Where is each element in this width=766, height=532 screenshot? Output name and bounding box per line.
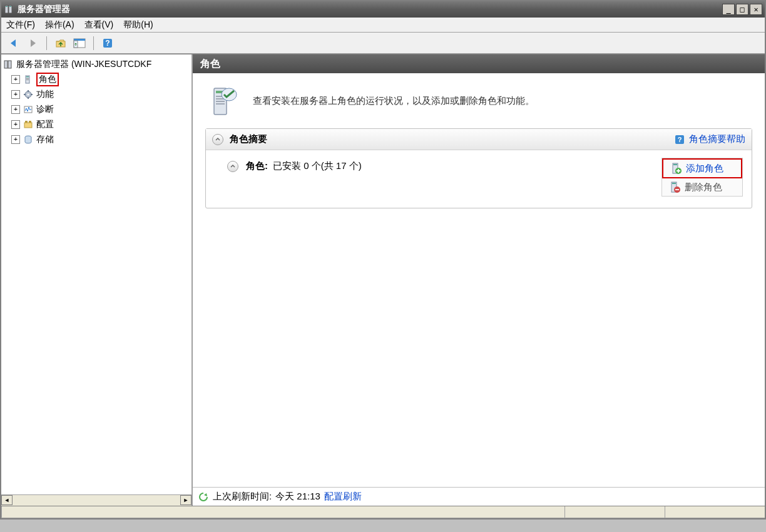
maximize-button[interactable]: □ [736, 4, 748, 15]
menu-view[interactable]: 查看(V) [84, 19, 114, 31]
tree-item-roles[interactable]: + 角色 [3, 72, 190, 87]
section-body: 角色: 已安装 0 个(共 17 个) 添加角色 [206, 150, 752, 208]
status-cell [564, 506, 665, 518]
svg-rect-18 [28, 90, 29, 92]
roles-label: 角色: [246, 160, 268, 172]
collapse-button[interactable] [227, 161, 238, 172]
menu-action[interactable]: 操作(A) [45, 19, 74, 31]
svg-rect-31 [216, 101, 225, 102]
svg-rect-15 [26, 79, 29, 80]
roles-summary-section: 角色摘要 ? 角色摘要帮助 角色: 已安装 0 个(共 17 个) [205, 128, 752, 208]
roles-actions: 添加角色 删除角色 [661, 158, 743, 197]
banner: 查看安装在服务器上角色的运行状况，以及添加或删除角色和功能。 [193, 73, 765, 128]
server-manager-icon [3, 59, 14, 70]
main-statusbar: 上次刷新时间: 今天 21:13 配置刷新 [193, 487, 765, 506]
tree-configuration-label: 配置 [36, 119, 54, 130]
tree-item-configuration[interactable]: + 配置 [3, 117, 190, 132]
status-cell [1, 506, 564, 518]
scroll-left-arrow[interactable]: ◄ [1, 495, 13, 505]
banner-text: 查看安装在服务器上角色的运行状况，以及添加或删除角色和功能。 [253, 95, 534, 107]
menu-help[interactable]: 帮助(H) [123, 19, 153, 31]
svg-rect-23 [24, 123, 32, 128]
tree-item-diagnostics[interactable]: + 诊断 [3, 102, 190, 117]
window-title: 服务器管理器 [18, 4, 722, 15]
roles-count-row: 角色: 已安装 0 个(共 17 个) [227, 158, 661, 172]
server-manager-icon [4, 4, 14, 14]
expand-icon[interactable]: + [11, 135, 20, 144]
remove-role-icon [668, 181, 681, 193]
app-window: 服务器管理器 _ □ ✕ 文件(F) 操作(A) 查看(V) 帮助(H) ? [0, 0, 766, 519]
tree-features-label: 功能 [36, 89, 54, 100]
section-header: 角色摘要 ? 角色摘要帮助 [206, 129, 752, 150]
scroll-track[interactable] [13, 495, 180, 506]
scroll-right-arrow[interactable]: ► [180, 495, 192, 505]
titlebar[interactable]: 服务器管理器 _ □ ✕ [1, 1, 765, 18]
tree-horizontal-scrollbar[interactable]: ◄ ► [1, 494, 192, 506]
svg-rect-32 [216, 103, 225, 105]
menu-file[interactable]: 文件(F) [6, 19, 35, 31]
main-pane: 角色 [193, 54, 765, 506]
window-controls: _ □ ✕ [722, 4, 762, 15]
help-button[interactable]: ? [100, 36, 115, 51]
diagnostics-icon [23, 104, 34, 115]
svg-text:?: ? [678, 136, 682, 143]
expand-icon[interactable]: + [11, 120, 20, 129]
svg-rect-10 [4, 61, 8, 68]
tree-diagnostics-label: 诊断 [36, 104, 54, 115]
add-role-text: 添加角色 [686, 163, 723, 175]
content-header: 角色 [193, 54, 765, 73]
help-link-text: 角色摘要帮助 [689, 133, 745, 145]
add-role-icon [670, 162, 682, 175]
storage-icon [23, 134, 34, 145]
status-cell [665, 506, 765, 518]
tree-item-storage[interactable]: + 存储 [3, 132, 190, 147]
expand-icon[interactable]: + [11, 105, 20, 114]
expand-icon[interactable]: + [11, 75, 20, 84]
menubar: 文件(F) 操作(A) 查看(V) 帮助(H) [1, 18, 765, 33]
forward-button[interactable] [25, 36, 40, 51]
last-refresh-time: 今天 21:13 [275, 491, 320, 503]
content-title: 角色 [200, 58, 220, 71]
section-help-link[interactable]: ? 角色摘要帮助 [674, 133, 745, 145]
section-title: 角色摘要 [230, 133, 674, 145]
svg-rect-24 [25, 121, 28, 123]
svg-rect-21 [31, 94, 33, 95]
roles-icon [23, 74, 34, 85]
svg-rect-40 [672, 183, 676, 184]
configuration-icon [23, 119, 34, 130]
svg-rect-14 [26, 78, 29, 79]
refresh-icon [198, 491, 209, 503]
toolbar-separator [93, 36, 94, 50]
toolbar-separator [46, 36, 47, 50]
svg-rect-2 [6, 6, 8, 7]
last-refresh-label: 上次刷新时间: [213, 491, 272, 503]
tree-item-features[interactable]: + 功能 [3, 87, 190, 102]
toolbar: ? [1, 33, 765, 54]
collapse-button[interactable] [212, 134, 223, 145]
features-icon [23, 89, 34, 100]
nav-tree[interactable]: 服务器管理器 (WIN-JKESUTCDKF + 角色 + 功能 [1, 54, 192, 494]
svg-rect-3 [9, 6, 11, 7]
close-button[interactable]: ✕ [750, 4, 762, 15]
server-roles-icon [205, 83, 240, 118]
svg-rect-25 [29, 121, 31, 123]
tree-storage-label: 存储 [36, 134, 54, 145]
tree-root-label: 服务器管理器 (WIN-JKESUTCDKF [16, 59, 151, 70]
svg-rect-20 [24, 94, 26, 95]
up-folder-button[interactable] [53, 36, 68, 51]
show-hide-tree-button[interactable] [72, 36, 87, 51]
window-statusbar [1, 506, 765, 518]
remove-role-link[interactable]: 删除角色 [662, 178, 742, 196]
content-area: 服务器管理器 (WIN-JKESUTCDKF + 角色 + 功能 [1, 54, 765, 506]
expand-icon[interactable]: + [11, 90, 20, 99]
svg-point-17 [28, 94, 29, 96]
tree-roles-label: 角色 [36, 73, 59, 86]
content-body: 查看安装在服务器上角色的运行状况，以及添加或删除角色和功能。 角色摘要 ? 角色… [193, 73, 765, 487]
svg-rect-19 [28, 97, 29, 99]
back-button[interactable] [6, 36, 21, 51]
tree-root[interactable]: 服务器管理器 (WIN-JKESUTCDKF [3, 57, 190, 72]
configure-refresh-link[interactable]: 配置刷新 [324, 491, 362, 503]
minimize-button[interactable]: _ [722, 4, 735, 15]
svg-rect-13 [26, 76, 29, 78]
add-role-link[interactable]: 添加角色 [662, 158, 742, 178]
